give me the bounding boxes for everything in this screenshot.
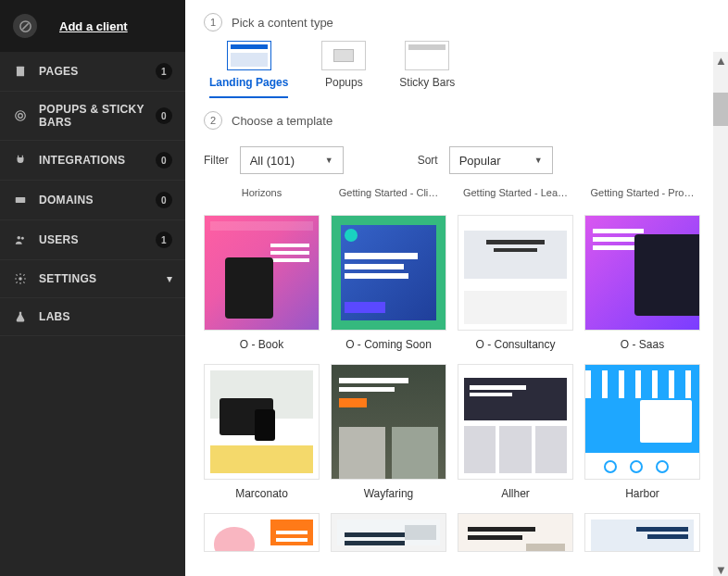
template-gallery: Horizons Getting Started - Cli… Getting … <box>185 187 728 576</box>
filter-bar: Filter All (101) ▼ Sort Popular ▼ <box>185 146 728 187</box>
chevron-down-icon: ▼ <box>534 156 543 165</box>
template-thumb <box>458 513 573 552</box>
scrollbar-track[interactable]: ▲ ▼ <box>713 52 728 576</box>
sidebar-header: Add a client <box>0 0 185 52</box>
nav-badge: 0 <box>156 152 172 169</box>
nav-label: LABS <box>39 310 172 323</box>
nav-users[interactable]: USERS 1 <box>0 220 185 260</box>
template-thumb <box>204 364 320 480</box>
step-1-header: 1 Pick a content type <box>204 13 709 31</box>
template-caption: Allher <box>501 487 530 500</box>
template-caption: O - Saas <box>621 338 664 351</box>
svg-point-7 <box>19 277 22 281</box>
tab-popups[interactable]: Popups <box>321 41 366 98</box>
main-panel: 1 Pick a content type Landing Pages Popu… <box>185 0 728 576</box>
nav-label: USERS <box>39 233 144 246</box>
tab-label: Landing Pages <box>209 76 288 89</box>
partial-row-labels: Horizons Getting Started - Cli… Getting … <box>204 187 709 198</box>
template-card[interactable] <box>204 513 320 552</box>
step-number: 2 <box>204 111 222 130</box>
popup-icon <box>321 41 366 70</box>
svg-rect-1 <box>17 67 24 77</box>
nav-badge: 1 <box>156 232 172 248</box>
nav-popups-sticky[interactable]: POPUPS & STICKY BARS 0 <box>0 92 185 141</box>
template-card[interactable]: Marconato <box>204 364 320 500</box>
add-client-link[interactable]: Add a client <box>59 19 128 33</box>
template-thumb <box>584 364 700 480</box>
template-caption: Getting Started - Cli… <box>331 187 446 198</box>
nav-badge: 1 <box>156 63 172 80</box>
template-caption: Wayfaring <box>364 487 414 500</box>
template-thumb <box>331 364 446 480</box>
sticky-bar-icon <box>405 41 449 70</box>
sort-wrap: Sort Popular ▼ <box>418 146 553 174</box>
nav-label: DOMAINS <box>39 194 144 207</box>
template-card[interactable]: Allher <box>458 364 573 500</box>
brand-logo <box>13 14 37 38</box>
sort-value: Popular <box>459 154 501 168</box>
template-thumb <box>331 215 446 331</box>
filter-select[interactable]: All (101) ▼ <box>240 146 344 174</box>
nav-label: PAGES <box>39 65 144 78</box>
step-2-header: 2 Choose a template <box>204 111 709 130</box>
step-1-section: 1 Pick a content type Landing Pages Popu… <box>185 0 728 106</box>
pages-icon <box>13 64 28 79</box>
template-thumb <box>331 513 446 552</box>
scrollbar-thumb[interactable] <box>713 93 728 126</box>
step-number: 1 <box>204 13 222 31</box>
template-card[interactable]: O - Coming Soon <box>331 215 446 351</box>
sort-select[interactable]: Popular ▼ <box>449 146 553 174</box>
nav-label: SETTINGS <box>39 272 156 285</box>
nav-labs[interactable]: LABS <box>0 298 185 336</box>
tab-sticky-bars[interactable]: Sticky Bars <box>399 41 455 98</box>
template-card[interactable]: O - Consultancy <box>458 215 573 351</box>
scroll-down-icon[interactable]: ▼ <box>715 563 726 574</box>
tab-landing-pages[interactable]: Landing Pages <box>209 41 288 98</box>
svg-point-5 <box>18 236 21 239</box>
nav-badge: 0 <box>156 192 172 208</box>
step-label: Pick a content type <box>232 16 333 30</box>
template-caption: Getting Started - Lea… <box>458 187 573 198</box>
scroll-up-icon[interactable]: ▲ <box>715 54 726 65</box>
template-card[interactable]: Wayfaring <box>331 364 446 500</box>
tab-label: Sticky Bars <box>399 76 455 89</box>
template-caption: O - Consultancy <box>475 338 555 351</box>
step-label: Choose a template <box>232 114 333 128</box>
users-icon <box>13 232 28 247</box>
gear-icon <box>13 271 28 286</box>
filter-label: Filter <box>204 154 229 167</box>
sort-label: Sort <box>418 154 438 167</box>
template-card[interactable] <box>331 513 446 552</box>
template-card[interactable]: Harbor <box>584 364 700 500</box>
template-thumb <box>204 215 320 331</box>
filter-value: All (101) <box>250 154 295 168</box>
nav-domains[interactable]: DOMAINS 0 <box>0 181 185 220</box>
globe-icon <box>13 193 28 207</box>
step-2-section: 2 Choose a template <box>185 106 728 146</box>
template-card[interactable] <box>584 513 700 552</box>
nav-label: POPUPS & STICKY BARS <box>39 103 144 129</box>
template-caption: Harbor <box>625 487 659 500</box>
template-card[interactable]: O - Saas <box>584 215 700 351</box>
template-card[interactable]: O - Book <box>204 215 320 351</box>
nav-label: INTEGRATIONS <box>39 154 144 167</box>
tab-label: Popups <box>325 76 363 89</box>
nav-badge: 0 <box>156 107 172 124</box>
template-caption: O - Book <box>240 338 283 351</box>
svg-point-6 <box>21 237 24 240</box>
nav-integrations[interactable]: INTEGRATIONS 0 <box>0 141 185 181</box>
template-caption: Getting Started - Pro… <box>584 187 700 198</box>
template-thumb <box>584 513 700 552</box>
template-thumb <box>458 364 573 480</box>
template-grid: O - Book O - Coming Soon O - Consultancy… <box>204 215 709 552</box>
template-thumb <box>458 215 573 331</box>
svg-point-3 <box>19 114 23 119</box>
nav-pages[interactable]: PAGES 1 <box>0 52 185 92</box>
nav-settings[interactable]: SETTINGS ▾ <box>0 260 185 298</box>
sidebar-nav: PAGES 1 POPUPS & STICKY BARS 0 INTEGRATI… <box>0 52 185 336</box>
chevron-down-icon: ▼ <box>325 156 333 165</box>
template-card[interactable] <box>458 513 573 552</box>
svg-rect-4 <box>16 197 26 203</box>
landing-page-icon <box>227 41 271 70</box>
flask-icon <box>13 309 28 324</box>
